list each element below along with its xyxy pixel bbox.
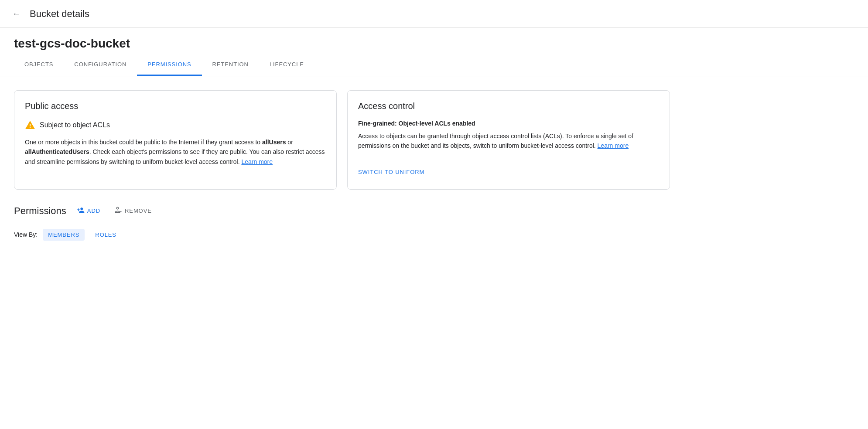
public-access-card: Public access Subject to object ACLs One…	[14, 90, 337, 190]
remove-label: REMOVE	[125, 208, 152, 214]
view-by-roles-button[interactable]: ROLES	[90, 229, 122, 241]
add-person-icon	[77, 206, 85, 216]
bucket-name: test-gcs-doc-bucket	[0, 28, 868, 51]
warning-text: Subject to object ACLs	[40, 121, 110, 129]
permissions-section: Permissions ADD REMOVE View	[14, 204, 854, 241]
view-by-members-button[interactable]: MEMBERS	[43, 229, 85, 241]
card-divider	[348, 158, 670, 158]
cards-row: Public access Subject to object ACLs One…	[14, 90, 854, 190]
warning-row: Subject to object ACLs	[25, 120, 326, 130]
access-control-title: Access control	[358, 101, 659, 111]
back-button[interactable]: ←	[10, 7, 23, 20]
all-authenticated-users-bold: allAuthenticatedUsers	[25, 148, 89, 155]
access-control-card: Access control Fine-grained: Object-leve…	[347, 90, 670, 190]
all-users-bold: allUsers	[262, 139, 286, 146]
tab-configuration[interactable]: CONFIGURATION	[64, 54, 137, 76]
public-access-description: One or more objects in this bucket could…	[25, 137, 326, 167]
page-header: ← Bucket details	[0, 0, 868, 28]
main-content: Public access Subject to object ACLs One…	[0, 76, 868, 255]
access-control-description: Access to objects can be granted through…	[358, 131, 659, 151]
remove-member-button[interactable]: REMOVE	[111, 204, 155, 218]
warning-icon	[25, 120, 35, 130]
access-control-bold-line: Fine-grained: Object-level ACLs enabled	[358, 120, 659, 127]
tab-retention[interactable]: RETENTION	[202, 54, 259, 76]
add-label: ADD	[87, 208, 100, 214]
public-access-learn-more[interactable]: Learn more	[241, 158, 273, 165]
view-by-label: View By:	[14, 231, 38, 238]
view-by-row: View By: MEMBERS ROLES	[14, 229, 854, 241]
remove-person-icon	[114, 206, 122, 216]
tab-objects[interactable]: OBJECTS	[14, 54, 64, 76]
access-control-learn-more[interactable]: Learn more	[598, 142, 629, 149]
tab-permissions[interactable]: PERMISSIONS	[137, 54, 202, 76]
tab-bar: OBJECTS CONFIGURATION PERMISSIONS RETENT…	[0, 54, 868, 76]
switch-to-uniform-button[interactable]: SWITCH TO UNIFORM	[358, 165, 424, 179]
permissions-title: Permissions	[14, 205, 66, 217]
public-access-title: Public access	[25, 101, 326, 111]
page-title: Bucket details	[30, 8, 89, 20]
tab-lifecycle[interactable]: LIFECYCLE	[259, 54, 314, 76]
permissions-header: Permissions ADD REMOVE	[14, 204, 854, 218]
add-member-button[interactable]: ADD	[73, 204, 104, 218]
back-arrow-icon: ←	[12, 9, 21, 19]
